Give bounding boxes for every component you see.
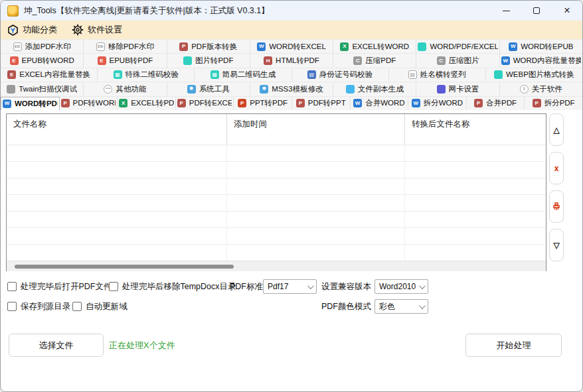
tab-EPUB转WORD[interactable]: EEPUB转WORD (1, 54, 84, 67)
tab-拆分PDF[interactable]: P拆分PDF (525, 97, 582, 110)
options-row-2: 保存到源目录 自动更新域 PDF颜色模式 彩色 (1, 299, 582, 314)
checkbox-label: 处理完毕后移除TempDocx目录 (122, 281, 236, 293)
info-icon: i (520, 85, 529, 94)
close-button[interactable]: × (552, 1, 582, 21)
tab-EXCEL转PDF[interactable]: XEXCEL转PDF (118, 97, 176, 110)
tab-row: ED添加PDF水印ED移除PDF水印PPDF版本转换WWORD转EXCELXEX… (1, 39, 582, 53)
toolbar: 功能分类 软件设置 (1, 21, 582, 39)
table-cell (7, 145, 227, 161)
tab-label: 移除PDF水印 (108, 42, 154, 52)
tab-WORD内容批量替换[interactable]: WWORD内容批量替换 (500, 54, 582, 67)
compat-version-value: Word2010 (379, 282, 416, 291)
pdf-color-mode-select[interactable]: 彩色 (375, 299, 428, 314)
tab-系统工具[interactable]: ✱系统工具 (167, 82, 250, 96)
tab-PDF转EXCEL[interactable]: PPDF转EXCEL (176, 97, 234, 110)
tab-label: 压缩图片 (449, 56, 479, 66)
tab-PDF转PPT[interactable]: PPDF转PPT (292, 97, 351, 110)
close-icon: × (564, 5, 570, 16)
tab-Twain扫描仪调试[interactable]: Twain扫描仪调试 (1, 82, 84, 96)
tab-EPUB转PDF[interactable]: EEPUB转PDF (84, 54, 167, 67)
tab-HTML转PDF[interactable]: HHTML转PDF (250, 54, 333, 67)
table-cell (405, 145, 546, 161)
remove-file-button[interactable]: x (549, 152, 564, 184)
window-controls: × (491, 1, 582, 21)
pdf-color-mode-value: 彩色 (379, 301, 395, 312)
tab-拆分WORD[interactable]: W拆分WORD (408, 97, 467, 110)
excel-icon: X (340, 42, 349, 51)
tab-WORD转EPUB[interactable]: WWORD转EPUB (500, 40, 582, 53)
ppt-icon: P (238, 99, 246, 107)
app-icon (7, 5, 19, 17)
tab-label: 其他功能 (116, 84, 146, 94)
tab-label: MSS3模板修改 (272, 84, 323, 94)
clear-list-button[interactable] (549, 190, 564, 223)
tab-WORD转PDF[interactable]: WWORD转PDF (1, 97, 60, 110)
table-cell (405, 195, 546, 211)
tab-身份证号码校验[interactable]: ▤身份证号码校验 (292, 68, 389, 82)
column-header[interactable]: 文件名称 (7, 114, 227, 145)
clear-brush-icon (552, 202, 561, 212)
minimize-button[interactable] (491, 1, 521, 21)
checkbox-auto-update-fields[interactable]: 自动更新域 (72, 299, 127, 314)
tab-label: EPUB转WORD (22, 56, 74, 66)
tab-关于软件[interactable]: i关于软件 (500, 82, 582, 96)
tab-label: WORD内容批量替换 (513, 56, 581, 66)
tab-WORD/PDF/EXCEL转图片[interactable]: WORD/PDF/EXCEL转图片 (416, 40, 499, 53)
tab-合并WORD[interactable]: W合并WORD (351, 97, 409, 110)
maximize-button[interactable] (521, 1, 552, 21)
tab-文件副本生成[interactable]: 文件副本生成 (333, 82, 416, 96)
tab-压缩图片[interactable]: C压缩图片 (416, 54, 499, 67)
checkbox-open-pdf-after-processing[interactable]: 处理完毕后打开PDF文件 (7, 279, 112, 294)
tab-PDF版本转换[interactable]: PPDF版本转换 (167, 40, 250, 53)
move-down-button[interactable]: ▽ (549, 229, 564, 261)
tab-PPT转PDF[interactable]: PPPT转PDF (234, 97, 292, 110)
tab-特殊二维码校验[interactable]: ▦特殊二维码校验 (98, 68, 195, 82)
chevron-down-icon (307, 283, 314, 289)
tab-label: Twain扫描仪调试 (19, 84, 77, 94)
compat-version-select[interactable]: Word2010 (375, 279, 428, 294)
function-category-button[interactable]: 功能分类 (7, 24, 57, 36)
tab-移除PDF水印[interactable]: ED移除PDF水印 (84, 40, 167, 53)
pdf-standard-select[interactable]: Pdf17 (263, 279, 317, 294)
tab-添加PDF水印[interactable]: ED添加PDF水印 (1, 40, 84, 53)
tab-WEBP图片格式转换[interactable]: WEBP图片格式转换 (486, 68, 582, 82)
pdf-icon: P (61, 99, 70, 107)
checkbox-save-to-source-dir[interactable]: 保存到源目录 (7, 299, 70, 314)
tab-其他功能[interactable]: ⋯其他功能 (84, 82, 167, 96)
compat-version-label: 设置兼容版本 (321, 279, 371, 294)
options-row-1: 处理完毕后打开PDF文件 处理完毕后移除TempDocx目录 PDF标准 Pdf… (1, 279, 582, 294)
image-icon (418, 42, 426, 51)
tab-EXCEL内容批量替换[interactable]: EEXCEL内容批量替换 (1, 68, 98, 82)
scrollbar-thumb[interactable] (15, 265, 234, 269)
move-up-button[interactable]: △ (549, 113, 564, 146)
table-row (7, 244, 546, 261)
watermark-remove-icon: ED (96, 42, 105, 51)
tab-网卡设置[interactable]: 网卡设置 (416, 82, 499, 96)
file-table: 文件名称添加时间转换后文件名称 (6, 113, 546, 271)
settings-gear-icon (72, 24, 84, 36)
column-header[interactable]: 转换后文件名称 (405, 114, 546, 145)
tab-合并PDF[interactable]: P合并PDF (467, 97, 525, 110)
software-settings-button[interactable]: 软件设置 (72, 24, 122, 36)
tab-EXCEL转WORD[interactable]: XEXCEL转WORD (333, 40, 416, 53)
tab-姓名横转竖列[interactable]: ▤姓名横转竖列 (389, 68, 486, 82)
table-header-row: 文件名称添加时间转换后文件名称 (7, 114, 546, 145)
tab-label: PDF转PPT (308, 98, 346, 108)
column-header[interactable]: 添加时间 (227, 114, 405, 145)
table-cell (7, 195, 227, 211)
name-card-icon: ▤ (408, 70, 417, 79)
tab-简易二维码生成[interactable]: ▦简易二维码生成 (195, 68, 292, 82)
remove-x-icon: x (554, 164, 559, 173)
table-cell (405, 212, 546, 228)
tab-WORD转EXCEL[interactable]: WWORD转EXCEL (250, 40, 333, 53)
app-window: 坤_Tools【软件完全离线|更新请看关于软件|版本：正式版 V0.3.1】 ×… (0, 0, 583, 392)
tab-压缩PDF[interactable]: C压缩PDF (333, 54, 416, 67)
checkbox-remove-tempdocx-after-processing[interactable]: 处理完毕后移除TempDocx目录 (109, 279, 236, 294)
category-hexagon-icon (7, 25, 19, 36)
tab-MSS3模板修改[interactable]: ✱MSS3模板修改 (250, 82, 333, 96)
tab-PDF转WORD[interactable]: PPDF转WORD (60, 97, 118, 110)
select-files-button[interactable]: 选择文件 (9, 334, 104, 357)
tab-图片转PDF[interactable]: 图片转PDF (167, 54, 250, 67)
start-processing-button[interactable]: 开始处理 (465, 334, 562, 357)
horizontal-scrollbar[interactable] (7, 261, 546, 271)
